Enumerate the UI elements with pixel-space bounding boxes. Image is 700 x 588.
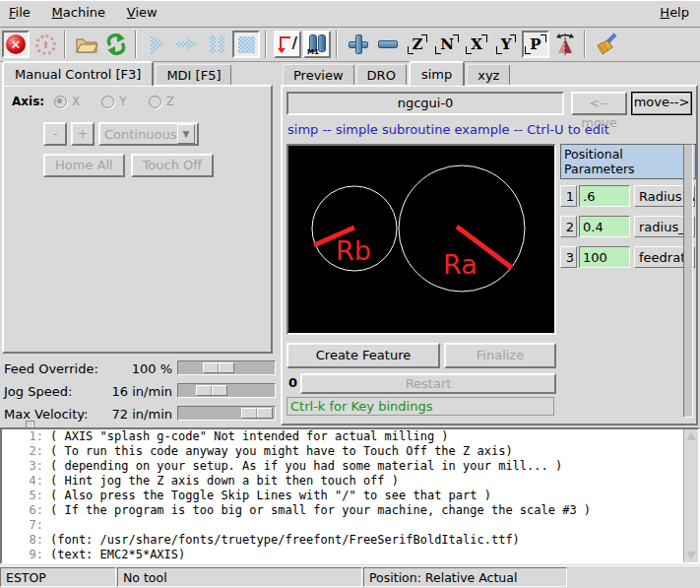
menu-machine[interactable]: Machine	[43, 0, 114, 24]
status-tool: No tool	[117, 567, 362, 587]
gcode-line: 7:	[2, 518, 698, 533]
menu-help[interactable]: Help	[651, 0, 698, 24]
run-button[interactable]	[144, 31, 171, 58]
param-number: 3	[560, 246, 577, 268]
axis-z-label: Z	[166, 95, 174, 108]
toggle-skip-lines-button[interactable]: /	[274, 31, 301, 58]
axis-radio-z[interactable]: Z	[149, 95, 174, 108]
parameter-row: 2 0.4 radius_b	[560, 215, 696, 238]
toolbar: ✕ /	[0, 28, 700, 62]
ngcgui-frame: ngcgui-0 <--move move--> simp -- simple …	[281, 85, 698, 425]
view-z-button[interactable]: Z	[404, 31, 431, 58]
jog-plus-button[interactable]: +	[71, 122, 95, 146]
reload-icon	[104, 33, 128, 56]
axis-radio-y[interactable]: Y	[101, 95, 126, 108]
view-y-icon: Y	[498, 35, 515, 53]
folder-icon	[75, 34, 98, 54]
estop-button[interactable]: ✕	[2, 31, 30, 58]
toolbar-separator	[265, 31, 267, 58]
machine-power-button[interactable]	[32, 31, 59, 58]
scroll-up-icon[interactable]	[686, 432, 696, 440]
menubar: File Machine View Help	[0, 0, 700, 28]
clear-plot-button[interactable]	[593, 31, 620, 58]
view-y-button[interactable]: Y	[492, 31, 520, 58]
jog-mode-value: Continuous	[100, 127, 177, 142]
parameter-row: 3 100 feedrate	[560, 245, 696, 269]
right-tabbar: Preview DRO simp xyz	[283, 63, 512, 86]
scroll-down-icon[interactable]	[686, 552, 696, 559]
gcode-line: 8:(font: /usr/share/fonts/truetype/freef…	[2, 533, 698, 548]
zoom-in-button[interactable]	[345, 31, 372, 58]
radius-b-label: Rb	[336, 235, 371, 266]
view-p-button[interactable]: P	[522, 31, 549, 58]
open-file-button[interactable]	[73, 31, 100, 58]
status-position-mode: Position: Relative Actual	[363, 567, 567, 587]
tab-mdi[interactable]: MDI [F5]	[156, 64, 231, 86]
gcode-scrollbar[interactable]	[683, 429, 698, 562]
feed-override-slider[interactable]	[177, 360, 276, 375]
param-value-input[interactable]: 100	[579, 246, 630, 268]
jog-speed-slider[interactable]	[177, 383, 276, 398]
broom-icon	[595, 33, 618, 56]
tab-manual-control[interactable]: Manual Control [F3]	[2, 61, 154, 86]
radius-a-label: Ra	[443, 249, 477, 280]
rotate-view-button[interactable]	[551, 31, 579, 58]
jog-mode-combobox[interactable]: Continuous ▼	[98, 122, 199, 146]
create-feature-button[interactable]: Create Feature	[286, 343, 440, 368]
gcode-line: 3:( depending on your setup. As if you h…	[2, 459, 698, 474]
gcode-text-area[interactable]: 1:( AXIS "splash g-code" Not intended fo…	[0, 427, 700, 564]
radio-dot	[149, 96, 161, 108]
radio-dot	[54, 96, 67, 108]
feed-override-label: Feed Override:	[4, 361, 98, 376]
axis-radio-x[interactable]: X	[54, 95, 80, 108]
slider-handle[interactable]	[203, 362, 234, 373]
key-bindings-hint: Ctrl-k for Key bindings	[286, 397, 554, 416]
pause-button[interactable]	[203, 31, 230, 58]
pause-icon	[210, 35, 224, 53]
restart-count: 0	[288, 375, 297, 390]
optional-pause-button[interactable]: M1	[303, 31, 331, 58]
slider-handle[interactable]	[241, 408, 273, 419]
zoom-out-icon	[378, 40, 398, 48]
step-button[interactable]	[173, 31, 201, 58]
max-velocity-value: 72 in/min	[89, 407, 172, 422]
view-x-button[interactable]: X	[463, 31, 490, 58]
estop-icon: ✕	[6, 34, 26, 54]
max-velocity-slider[interactable]	[177, 406, 276, 421]
optional-pause-icon: M1	[307, 34, 327, 54]
ngcgui-scrollbar[interactable]	[683, 144, 693, 418]
max-velocity-label: Max Velocity:	[4, 407, 88, 422]
jog-minus-button[interactable]: -	[43, 122, 67, 146]
subroutine-info: simp -- simple subroutine example -- Ctr…	[287, 122, 609, 137]
restart-button[interactable]: Restart	[300, 373, 556, 394]
preview-canvas[interactable]: Rb Ra	[286, 144, 556, 335]
zoom-in-icon	[349, 34, 368, 54]
reload-button[interactable]	[102, 31, 130, 58]
param-number: 2	[560, 216, 577, 237]
slider-handle[interactable]	[196, 385, 227, 396]
gcode-line: 9:(text: EMC2*5*AXIS)	[2, 548, 698, 562]
menu-file[interactable]: File	[0, 0, 39, 24]
run-icon	[151, 34, 164, 54]
stop-button[interactable]	[232, 31, 260, 58]
view-z2-button[interactable]: N	[433, 31, 461, 58]
menu-view[interactable]: View	[118, 0, 166, 24]
param-value-input[interactable]: 0.4	[579, 216, 630, 237]
param-value-input[interactable]: .6	[579, 185, 630, 207]
ngcgui-name-field[interactable]: ngcgui-0	[286, 92, 564, 115]
toolbar-separator	[64, 31, 66, 58]
main-area: Manual Control [F3] MDI [F5] Axis: X Y Z	[0, 61, 700, 427]
tab-preview[interactable]: Preview	[283, 64, 354, 86]
zoom-out-button[interactable]	[374, 31, 402, 58]
home-all-button[interactable]: Home All	[43, 154, 125, 177]
positional-parameters: Positional Parameters 1 .6 Radius A 2 0.…	[560, 144, 696, 276]
finalize-button[interactable]: Finalize	[444, 343, 556, 368]
move-right-button[interactable]: move-->	[631, 92, 692, 115]
gcode-line: 6:( If the program is too big or small f…	[2, 503, 698, 518]
tab-xyz[interactable]: xyz	[467, 64, 510, 86]
step-icon	[176, 37, 198, 51]
touch-off-button[interactable]: Touch Off	[131, 154, 215, 177]
move-left-button[interactable]: <--move	[571, 92, 627, 115]
tab-dro[interactable]: DRO	[356, 64, 407, 86]
tab-simp[interactable]: simp	[409, 61, 465, 86]
